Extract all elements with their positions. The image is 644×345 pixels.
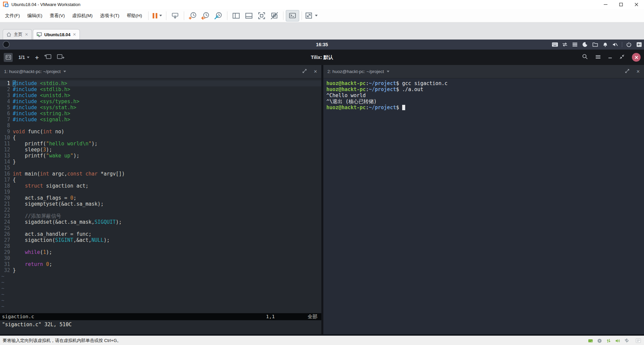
pane-1-maximize-icon[interactable] xyxy=(302,69,307,74)
code-segment: hello world\n xyxy=(49,141,88,147)
pause-vm-button[interactable] xyxy=(151,10,164,21)
session-indicator[interactable]: 1/1 xyxy=(18,55,30,60)
code-segment: sigaddset(&act.sa_mask, xyxy=(13,219,95,225)
menu-item-tabs[interactable]: 选项卡(T) xyxy=(96,10,123,21)
statusbar-message: 要将输入定向到该虚拟机，请在虚拟机内部单击或按 Ctrl+G。 xyxy=(3,338,121,344)
split-down-button[interactable] xyxy=(57,54,64,61)
vmware-logo-icon xyxy=(3,2,9,7)
code-segment: ); xyxy=(46,249,52,255)
autofit-button[interactable] xyxy=(304,10,318,21)
pane-2-close-icon[interactable]: ✕ xyxy=(636,69,640,74)
tab-label: 主页 xyxy=(14,31,22,38)
pane-2-titlebar: 2: huoz@hackt-pc: ~/project ✕ xyxy=(323,65,644,78)
code-segment: printf( xyxy=(13,153,46,159)
vim-filename: sigaction.c xyxy=(2,313,34,320)
code-segment: # xyxy=(13,80,16,86)
snapshot-manager-button[interactable] xyxy=(212,10,225,21)
code-segment: return xyxy=(25,261,43,267)
tab-close-icon[interactable]: ✕ xyxy=(25,32,28,37)
terminal-segment: huoz@hackt-pc xyxy=(326,105,366,111)
swap-arrows-icon[interactable] xyxy=(561,41,568,48)
menu-item-edit[interactable]: 编辑(E) xyxy=(23,10,46,21)
console-view-button[interactable] xyxy=(286,10,299,21)
snapshot-revert-button[interactable] xyxy=(199,10,212,21)
thumbnail-toggle-button[interactable] xyxy=(243,10,255,21)
line-number: 13 xyxy=(0,153,10,159)
restore-window-button[interactable] xyxy=(620,54,625,61)
line-number: 21 xyxy=(0,201,10,207)
message-panel-tray-icon[interactable] xyxy=(635,338,641,344)
session-dropdown-icon[interactable] xyxy=(27,57,30,58)
code-segment: SIGINT xyxy=(55,237,73,243)
autofit-dropdown-icon[interactable] xyxy=(315,15,318,16)
bell-icon[interactable] xyxy=(602,41,608,48)
pane-2-maximize-icon[interactable] xyxy=(625,69,630,74)
search-button[interactable] xyxy=(582,54,588,61)
snapshot-take-button[interactable] xyxy=(186,10,199,21)
sidebar-toggle-button[interactable] xyxy=(3,53,13,62)
tilix-title: Tilix: 默认 xyxy=(0,54,644,61)
minimize-window-button[interactable] xyxy=(608,54,612,60)
send-ctrl-alt-del-button[interactable] xyxy=(169,10,181,21)
mute-icon[interactable] xyxy=(612,41,619,48)
code-segment: include xyxy=(16,80,37,86)
terminal-pane-2[interactable]: 2: huoz@hackt-pc: ~/project ✕ huoz@hackt… xyxy=(323,65,644,334)
tilix-header-left: 1/1 + xyxy=(3,50,64,65)
code-segment xyxy=(37,92,40,98)
toolbar-separator xyxy=(184,11,184,20)
close-button[interactable] xyxy=(629,0,644,9)
code-segment: int xyxy=(43,129,52,135)
moon-icon[interactable] xyxy=(582,41,588,48)
split-right-button[interactable] xyxy=(44,54,52,61)
sound-tray-icon[interactable] xyxy=(614,338,621,344)
terminal-segment: ~/project xyxy=(369,86,396,92)
menu-item-file[interactable]: 文件(F) xyxy=(1,10,23,21)
menu-item-help[interactable]: 帮助(H) xyxy=(123,10,146,21)
pause-dropdown-icon[interactable] xyxy=(159,15,162,16)
vim-editor[interactable]: 1#include <stdio.h>2#include <stdlib.h>3… xyxy=(0,78,321,334)
toolbar-separator xyxy=(148,11,149,20)
pane-1-dropdown-icon[interactable] xyxy=(63,71,66,72)
keyboard-icon[interactable] xyxy=(551,41,558,48)
code-line: 4#include <sys/types.h> xyxy=(0,98,321,105)
menu-item-vm[interactable]: 虚拟机(M) xyxy=(68,10,96,21)
unity-mode-button[interactable] xyxy=(268,10,281,21)
hard-disk-tray-icon[interactable] xyxy=(587,338,593,344)
input-box-icon[interactable] xyxy=(636,41,642,48)
fullscreen-button[interactable] xyxy=(255,10,268,21)
menu-bars-icon[interactable] xyxy=(572,41,578,48)
library-toggle-button[interactable] xyxy=(230,10,243,21)
tab-home[interactable]: 主页 ✕ xyxy=(3,29,32,40)
tab-ubuntu[interactable]: Ubuntu18.04 ✕ xyxy=(33,29,80,40)
menu-item-view[interactable]: 查看(V) xyxy=(46,10,68,21)
usb-tray-icon[interactable] xyxy=(624,338,630,344)
ubuntu-topbar: 16:35 xyxy=(0,40,644,50)
vmware-statusbar: 要将输入定向到该虚拟机，请在虚拟机内部单击或按 Ctrl+G。 xyxy=(0,336,644,345)
maximize-button[interactable] xyxy=(613,0,629,9)
folder-icon[interactable] xyxy=(592,41,598,48)
power-icon[interactable] xyxy=(626,41,632,48)
tab-close-icon[interactable]: ✕ xyxy=(73,32,76,37)
network-tray-icon[interactable] xyxy=(605,338,611,344)
vmware-titlebar: Ubuntu18.04 - VMware Workstation xyxy=(0,0,644,9)
topbar-clock[interactable]: 16:35 xyxy=(0,42,644,47)
code-segment: *argv[]) xyxy=(98,171,125,177)
minimize-button[interactable] xyxy=(598,0,613,9)
pane-1-close-icon[interactable]: ✕ xyxy=(314,69,317,74)
pane-2-dropdown-icon[interactable] xyxy=(387,71,389,72)
code-line: 17{ xyxy=(0,177,321,183)
code-line: 6#include <string.h> xyxy=(0,111,321,117)
line-number: 8 xyxy=(0,123,10,129)
terminal-pane-1[interactable]: 1: huoz@hackt-pc: ~/project ✕ 1#include … xyxy=(0,65,321,334)
code-segment: sigaction act; xyxy=(43,183,88,189)
code-segment: <sys/types.h> xyxy=(40,98,79,105)
add-session-button[interactable]: + xyxy=(35,54,39,61)
close-window-button[interactable] xyxy=(632,53,641,62)
code-segment xyxy=(37,117,40,123)
code-segment: #include xyxy=(13,105,37,111)
cd-rom-tray-icon[interactable] xyxy=(596,338,602,344)
menu-button[interactable] xyxy=(595,54,601,60)
vm-display: 16:35 xyxy=(0,40,644,336)
code-segment: { xyxy=(13,135,16,141)
toolbar-separator xyxy=(227,11,227,20)
